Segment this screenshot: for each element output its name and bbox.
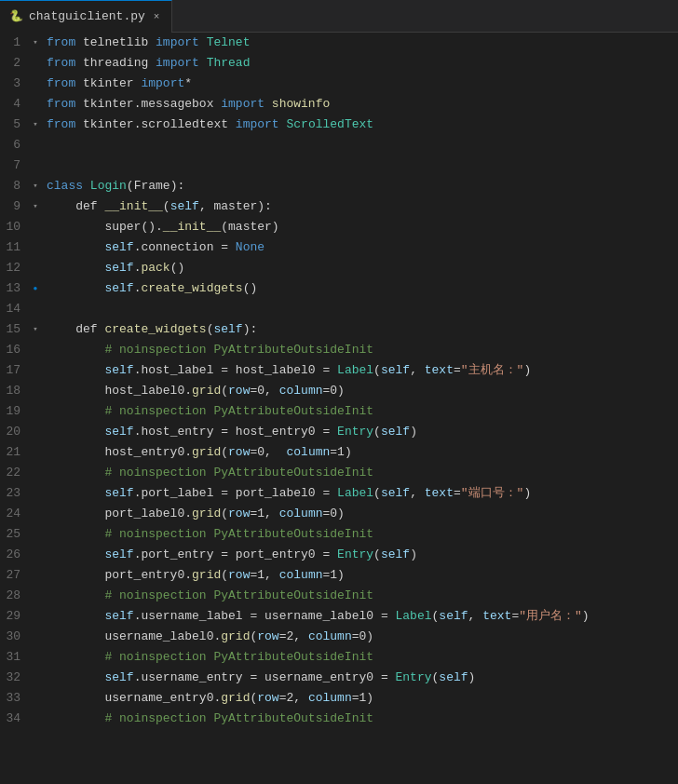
token: port_label0. — [47, 507, 192, 520]
token: ): — [243, 322, 258, 336]
token: self — [104, 281, 133, 295]
token: grid — [221, 629, 250, 643]
code-tokens: self.username_entry = username_entry0 = … — [43, 668, 678, 688]
code-line-32: 32 self.username_entry = username_entry0… — [0, 668, 678, 688]
token: text — [482, 609, 511, 623]
token: ( — [373, 486, 381, 500]
token: .port_label = port_label0 = — [134, 486, 337, 500]
token: # noinspection PyAttributeOutsideInit — [104, 404, 373, 418]
code-line-6: 6 — [0, 135, 678, 155]
token: row — [228, 507, 250, 520]
token: .host_entry = host_entry0 = — [134, 425, 337, 439]
code-line-12: 12 self.pack() — [0, 258, 678, 278]
token: # noinspection PyAttributeOutsideInit — [104, 711, 373, 725]
line-number: 29 — [0, 606, 28, 627]
line-number: 32 — [0, 668, 28, 688]
token: column — [279, 507, 323, 520]
line-number: 5 — [0, 115, 28, 135]
line-number: 23 — [0, 483, 28, 504]
code-tokens: host_entry0.grid(row=0, column=1) — [43, 442, 678, 463]
token: text — [425, 486, 454, 500]
token: Entry — [337, 547, 373, 561]
line-number: 34 — [0, 709, 28, 729]
code-line-22: 22 # noinspection PyAttributeOutsideInit — [0, 463, 678, 483]
code-tokens: self.host_label = host_label0 = Label(se… — [43, 360, 678, 381]
token: import — [221, 97, 264, 111]
token: =1) — [323, 568, 345, 582]
token: ScrolledText — [279, 117, 373, 131]
token: threading — [75, 56, 156, 70]
token: ) — [582, 609, 590, 623]
active-tab[interactable]: 🐍 chatguiclient.py × — [0, 0, 172, 33]
token — [47, 486, 104, 500]
code-line-20: 20 self.host_entry = host_entry0 = Entry… — [0, 422, 678, 442]
token: __init__ — [104, 199, 162, 213]
token: import — [236, 117, 279, 131]
token: grid — [192, 384, 221, 398]
token: (master) — [221, 220, 278, 234]
token: from — [47, 35, 75, 49]
code-tokens: port_label0.grid(row=1, column=0) — [43, 504, 678, 524]
token: import — [156, 56, 199, 70]
token: * — [184, 76, 192, 90]
code-line-8: 8▾class Login(Frame): — [0, 176, 678, 196]
token: ) — [523, 363, 531, 377]
fold-indicator[interactable]: ▾ — [28, 176, 43, 196]
fold-indicator[interactable]: ● — [28, 278, 43, 299]
line-number: 21 — [0, 442, 28, 463]
code-lines: 1▾from telnetlib import Telnet2from thre… — [0, 33, 678, 729]
code-tokens: self.port_entry = port_entry0 = Entry(se… — [43, 545, 678, 565]
token: self — [104, 609, 133, 623]
code-tokens: self.port_label = port_label0 = Label(se… — [43, 483, 678, 504]
token — [47, 425, 104, 439]
token: username_entry0. — [47, 691, 221, 705]
token — [47, 363, 104, 377]
line-number: 28 — [0, 586, 28, 606]
token: Label — [337, 486, 373, 500]
tab-label: chatguiclient.py — [29, 9, 145, 23]
token: self — [104, 261, 133, 275]
code-tokens: from tkinter import* — [43, 74, 678, 94]
close-tab-button[interactable]: × — [151, 10, 163, 23]
token: =0) — [323, 507, 345, 520]
token — [47, 547, 104, 561]
token: self — [170, 199, 199, 213]
token: class — [47, 179, 83, 193]
code-line-16: 16 # noinspection PyAttributeOutsideInit — [0, 340, 678, 360]
line-number: 12 — [0, 258, 28, 278]
token: pack — [141, 261, 170, 275]
token: grid — [192, 568, 221, 582]
code-line-33: 33 username_entry0.grid(row=2, column=1) — [0, 688, 678, 709]
token — [47, 670, 104, 684]
line-number: 17 — [0, 360, 28, 381]
token: self — [381, 425, 410, 439]
code-line-24: 24 port_label0.grid(row=1, column=0) — [0, 504, 678, 524]
code-line-29: 29 self.username_label = username_label0… — [0, 606, 678, 627]
token: =0) — [352, 629, 373, 643]
token: from — [47, 97, 75, 111]
fold-indicator[interactable]: ▾ — [28, 115, 43, 135]
token: # noinspection PyAttributeOutsideInit — [104, 343, 373, 357]
fold-indicator[interactable]: ▾ — [28, 319, 43, 340]
token: from — [47, 117, 75, 131]
token: = — [454, 363, 461, 377]
code-line-34: 34 # noinspection PyAttributeOutsideInit — [0, 709, 678, 729]
line-number: 4 — [0, 94, 28, 115]
code-tokens: def create_widgets(self): — [43, 319, 678, 340]
token: .port_entry = port_entry0 = — [134, 547, 337, 561]
code-line-5: 5▾from tkinter.scrolledtext import Scrol… — [0, 115, 678, 135]
token: row — [228, 568, 250, 582]
fold-indicator[interactable]: ▾ — [28, 196, 43, 217]
token: telnetlib — [75, 35, 156, 49]
token: row — [228, 384, 250, 398]
code-line-7: 7 — [0, 155, 678, 176]
code-tokens: # noinspection PyAttributeOutsideInit — [43, 586, 678, 606]
token: self — [104, 486, 133, 500]
token: .host_label = host_label0 = — [134, 363, 337, 377]
code-line-15: 15▾ def create_widgets(self): — [0, 319, 678, 340]
token: .connection = — [134, 240, 236, 254]
code-tokens: self.host_entry = host_entry0 = Entry(se… — [43, 422, 678, 442]
line-number: 13 — [0, 278, 28, 299]
token: self — [381, 486, 410, 500]
fold-indicator[interactable]: ▾ — [28, 33, 43, 53]
